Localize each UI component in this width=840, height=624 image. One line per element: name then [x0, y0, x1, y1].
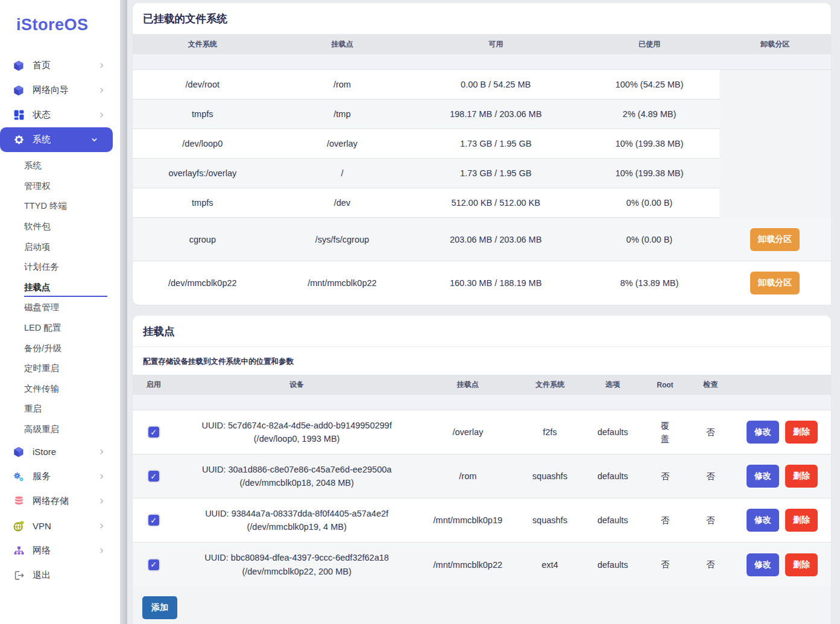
enable-cell: ✓ — [133, 454, 174, 498]
mount-points-card: 挂载点 配置存储设备挂载到文件系统中的位置和参数 启用设备挂载点文件系统选项Ro… — [133, 316, 831, 624]
add-button[interactable]: 添加 — [142, 596, 177, 619]
device-info: (/dev/mmcblk0p19, 4 MB) — [247, 520, 347, 533]
submenu-item-6[interactable]: 挂载点 — [0, 278, 120, 298]
submenu-item-13[interactable]: 高级重启 — [0, 419, 120, 440]
root-cell: 否 — [642, 498, 687, 542]
sidebar-bottom-menu-item-4[interactable]: 网络 — [0, 538, 120, 563]
mounted-fs-row: overlayfs:/overlay/1.73 GB / 1.95 GB10% … — [133, 159, 831, 188]
enable-checkbox[interactable]: ✓ — [148, 559, 159, 570]
sidebar-bottom-menu-label: 网络存储 — [33, 495, 98, 507]
enable-checkbox[interactable]: ✓ — [148, 427, 159, 438]
mount-point-row: ✓UUID: bbc80894-dfea-4397-9ccc-6edf32f62… — [133, 543, 831, 587]
cube-icon — [13, 446, 25, 458]
chevron-right-icon — [98, 498, 105, 505]
submenu-item-0[interactable]: 系统 — [0, 156, 120, 176]
sidebar-bottom-menu-item-3[interactable]: VPN — [0, 514, 120, 538]
used-cell: 0% (0.00 B) — [579, 188, 719, 218]
root-value: 否 — [661, 515, 670, 526]
unmount-button[interactable]: 卸载分区 — [750, 272, 800, 294]
sidebar-bottom-menu-item-1[interactable]: 服务 — [0, 464, 120, 489]
check-cell: 否 — [688, 498, 733, 542]
edit-button[interactable]: 修改 — [747, 509, 779, 532]
sidebar-menu-label: 状态 — [33, 109, 98, 121]
used-cell: 0% (0.00 B) — [579, 218, 719, 261]
mount-points-description: 配置存储设备挂载到文件系统中的位置和参数 — [133, 347, 831, 375]
sidebar-menu-item-0[interactable]: 首页 — [0, 53, 120, 78]
sidebar-menu-item-1[interactable]: 网络向导 — [0, 78, 120, 103]
sidebar-bottom-menu-item-5[interactable]: 退出 — [0, 563, 120, 588]
fs-cell: squashfs — [517, 498, 583, 542]
mount-point-row: ✓UUID: 93844a7a-08337dda-8f0f4405-a57a4e… — [133, 498, 831, 543]
main-menu: 首页网络向导状态系统 — [0, 53, 120, 152]
submenu-item-4[interactable]: 启动项 — [0, 237, 120, 257]
submenu-item-9[interactable]: 备份/升级 — [0, 338, 120, 358]
sidebar-bottom-menu-item-2[interactable]: 网络存储 — [0, 489, 120, 514]
sidebar-menu-item-2[interactable]: 状态 — [0, 103, 120, 127]
system-submenu: 系统管理权TTYD 终端软件包启动项计划任务挂载点磁盘管理LED 配置备份/升级… — [0, 156, 120, 439]
sidebar-scrollbar[interactable] — [120, 0, 127, 624]
edit-button[interactable]: 修改 — [747, 465, 779, 488]
mount-points-col-header-2: 挂载点 — [419, 380, 517, 390]
sidebar: iStoreOS 首页网络向导状态系统 系统管理权TTYD 终端软件包启动项计划… — [0, 0, 120, 624]
delete-button[interactable]: 删除 — [785, 465, 818, 488]
submenu-item-10[interactable]: 定时重启 — [0, 358, 120, 379]
cube-icon — [13, 84, 25, 97]
unmount-button[interactable]: 卸载分区 — [750, 228, 800, 251]
enable-checkbox[interactable]: ✓ — [148, 471, 159, 482]
mount-cell: /sys/fs/cgroup — [273, 218, 412, 261]
sidebar-menu-item-3[interactable]: 系统 — [0, 127, 113, 152]
submenu-item-8[interactable]: LED 配置 — [0, 318, 120, 339]
device-cell: UUID: 5c7d674c-82a4-4d5e-add0-b914995029… — [174, 410, 418, 454]
mounted-fs-row: cgroup/sys/fs/cgroup203.06 MB / 203.06 M… — [133, 218, 831, 261]
mounted-fs-table-header: 文件系统挂载点可用已使用卸载分区 — [133, 34, 831, 54]
edit-button[interactable]: 修改 — [747, 553, 779, 576]
submenu-item-7[interactable]: 磁盘管理 — [0, 298, 120, 318]
device-cell: UUID: bbc80894-dfea-4397-9ccc-6edf32f62a… — [174, 543, 418, 587]
device-cell: UUID: 93844a7a-08337dda-8f0f4405-a57a4e2… — [174, 498, 418, 542]
mount-cell: /rom — [273, 70, 412, 100]
submenu-item-2[interactable]: TTYD 终端 — [0, 196, 120, 217]
device-uuid: UUID: 30a1d886-c8e07e86-c45a7e6d-ee29500… — [202, 463, 391, 476]
submenu-item-1[interactable]: 管理权 — [0, 176, 120, 197]
options-cell: defaults — [583, 454, 642, 498]
mounted-fs-col-header-0: 文件系统 — [133, 39, 273, 49]
submenu-item-5[interactable]: 计划任务 — [0, 257, 120, 278]
mount-points-table-header: 启用设备挂载点文件系统选项Root检查 — [133, 375, 831, 395]
actions-cell: 修改删除 — [733, 410, 831, 454]
fs-cell: overlayfs:/overlay — [133, 159, 273, 188]
submenu-item-12[interactable]: 重启 — [0, 399, 120, 419]
submenu-item-3[interactable]: 软件包 — [0, 217, 120, 237]
mounted-fs-col-header-4: 卸载分区 — [719, 39, 831, 49]
delete-button[interactable]: 删除 — [785, 553, 818, 576]
delete-button[interactable]: 删除 — [785, 421, 818, 444]
mount-points-spacer-row — [133, 395, 831, 410]
mount-points-table-body: ✓UUID: 5c7d674c-82a4-4d5e-add0-b91499502… — [133, 410, 831, 587]
submenu-item-11[interactable]: 文件传输 — [0, 379, 120, 400]
fs-cell: tmpfs — [133, 100, 273, 129]
app-logo: iStoreOS — [0, 0, 120, 34]
fs-cell: /dev/mmcblk0p22 — [133, 261, 273, 305]
enable-checkbox[interactable]: ✓ — [148, 515, 159, 526]
enable-cell: ✓ — [133, 410, 174, 454]
device-info: (/dev/mmcblk0p18, 2048 MB) — [239, 476, 353, 489]
check-cell: 否 — [688, 410, 733, 454]
root-value: 覆盖 — [660, 419, 670, 446]
device-uuid: UUID: bbc80894-dfea-4397-9ccc-6edf32f62a… — [204, 551, 389, 564]
sidebar-bottom-menu-item-0[interactable]: iStore — [0, 439, 120, 464]
mount-points-footer: 添加 — [133, 587, 831, 624]
options-cell: defaults — [583, 410, 642, 454]
device-info: (/dev/mmcblk0p22, 200 MB) — [242, 565, 351, 578]
device-cell: UUID: 30a1d886-c8e07e86-c45a7e6d-ee29500… — [174, 454, 418, 498]
delete-button[interactable]: 删除 — [785, 509, 818, 532]
root-value: 否 — [661, 471, 670, 482]
edit-button[interactable]: 修改 — [747, 421, 779, 444]
avail-cell: 203.06 MB / 203.06 MB — [412, 218, 579, 261]
used-cell: 100% (54.25 MB) — [579, 70, 719, 100]
actions-cell: 修改删除 — [733, 543, 831, 587]
sidebar-menu-label: 系统 — [33, 134, 91, 145]
avail-cell: 512.00 KB / 512.00 KB — [412, 188, 579, 218]
mount-points-col-header-6: 检查 — [688, 380, 733, 390]
sidebar-bottom-menu-label: 网络 — [33, 545, 98, 556]
mount-cell: /mnt/mmcblk0p22 — [273, 261, 412, 305]
mounted-fs-row: /dev/root/rom0.00 B / 54.25 MB100% (54.2… — [133, 70, 831, 100]
